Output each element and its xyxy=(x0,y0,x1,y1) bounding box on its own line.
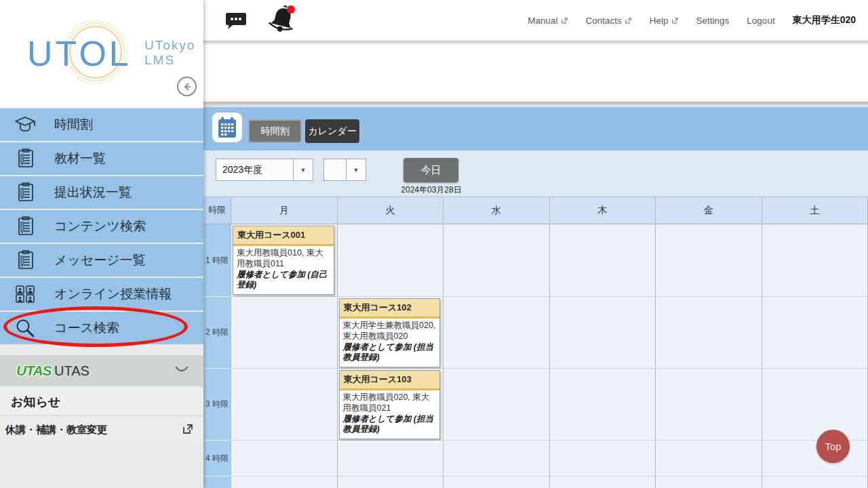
timetable-cell xyxy=(338,224,444,297)
course-role: 履修者として参加 (担当教員登録) xyxy=(343,342,437,364)
today-button[interactable]: 今日 xyxy=(403,158,458,182)
timetable-cell xyxy=(656,441,762,476)
day-header-fri: 金 xyxy=(656,197,762,224)
tab-timetable[interactable]: 時間割 xyxy=(248,119,302,143)
sidebar-item-content-search[interactable]: コンテンツ検索 xyxy=(0,210,203,243)
timetable-cell xyxy=(550,441,656,476)
timetable-cell xyxy=(338,476,444,488)
course-card[interactable]: 東大用コース102 東大用学生兼教職員020, 東大用教職員020 履修者として… xyxy=(339,298,441,367)
timetable-cell xyxy=(550,369,656,441)
year-select[interactable]: 2023年度 ▼ xyxy=(216,159,313,181)
timetable-cell xyxy=(550,297,656,369)
course-details: 東大用教職員020, 東大用教職員021 履修者として参加 (担当教員登録) xyxy=(340,390,440,439)
scroll-to-top-button[interactable]: Top xyxy=(816,430,850,463)
course-details: 東大用教職員010, 東大用教職員011 履修者として参加 (自己登録) xyxy=(233,246,334,294)
tab-calendar[interactable]: カレンダー xyxy=(305,119,359,143)
timetable-cell xyxy=(443,369,550,441)
course-card[interactable]: 東大用コース103 東大用教職員020, 東大用教職員021 履修者として参加 … xyxy=(339,370,441,439)
sidebar-item-class-changes[interactable]: 休講・補講・教室変更 xyxy=(0,417,203,443)
chevron-down-icon: ▼ xyxy=(293,159,313,180)
sidebar-item-course-search[interactable]: コース検索 xyxy=(0,312,203,344)
timetable-cell xyxy=(231,441,338,476)
sidebar: UTOL UTokyo LMS 時間割 教材一覧 提出状況 xyxy=(0,0,203,488)
timetable-cell xyxy=(762,476,868,488)
timetable-cell xyxy=(443,441,550,476)
timetable-cell xyxy=(762,297,868,369)
timetable-toolbar: 時間割 カレンダー xyxy=(203,107,868,150)
username-label: 東大用学生020 xyxy=(793,14,856,26)
course-members: 東大用教職員010, 東大用教職員011 xyxy=(237,248,323,268)
period-column-header: 時限 xyxy=(203,197,231,224)
timetable-cell xyxy=(762,441,868,476)
timetable-cell xyxy=(443,297,550,369)
timetable-cell xyxy=(338,441,444,476)
sidebar-item-timetable[interactable]: 時間割 xyxy=(0,108,203,141)
manual-link[interactable]: Manual xyxy=(528,16,568,26)
search-icon xyxy=(14,317,37,340)
course-title[interactable]: 東大用コース001 xyxy=(233,226,334,246)
timetable-cell xyxy=(656,369,762,441)
period-label: 1 時限 xyxy=(203,224,231,297)
course-card[interactable]: 東大用コース001 東大用教職員010, 東大用教職員011 履修者として参加 … xyxy=(233,226,334,295)
chevron-down-icon: ▼ xyxy=(346,159,366,180)
external-link-icon xyxy=(625,17,632,24)
year-select-value: 2023年度 xyxy=(216,164,293,176)
day-header-mon: 月 xyxy=(231,197,338,224)
course-title[interactable]: 東大用コース103 xyxy=(340,371,440,390)
external-link-icon xyxy=(561,17,568,24)
clipboard-icon xyxy=(14,181,37,204)
external-link-icon xyxy=(671,17,679,24)
class-changes-label: 休講・補講・教室変更 xyxy=(5,424,107,436)
day-header-tue: 火 xyxy=(338,197,444,224)
day-header-wed: 水 xyxy=(443,197,550,224)
period-label xyxy=(203,476,231,488)
chat-messages-icon[interactable] xyxy=(224,8,248,33)
clipboard-icon xyxy=(14,215,37,238)
main-area: 時間割 カレンダー 2023年度 ▼ ▼ 今日 2024年03月28日 時限 月… xyxy=(203,0,868,488)
sidebar-item-materials[interactable]: 教材一覧 xyxy=(0,142,203,175)
course-role: 履修者として参加 (担当教員登録) xyxy=(343,414,437,436)
sidebar-item-messages[interactable]: メッセージ一覧 xyxy=(0,244,203,277)
arrow-left-icon xyxy=(182,81,193,92)
utol-logo: UTOL UTokyo LMS xyxy=(27,33,183,75)
term-select[interactable]: ▼ xyxy=(323,159,366,181)
sidebar-menu: 時間割 教材一覧 提出状況一覧 コンテンツ検索 メッセージ一覧 xyxy=(0,108,203,346)
logout-link[interactable]: Logout xyxy=(747,16,774,26)
timetable-cell xyxy=(656,297,762,369)
sidebar-collapse-button[interactable] xyxy=(177,77,197,96)
sidebar-item-utas[interactable]: UTAS UTAS xyxy=(0,355,203,386)
timetable-cell xyxy=(656,476,762,488)
sidebar-item-announcements[interactable]: お知らせ xyxy=(0,388,203,416)
content-divider-shadow xyxy=(203,102,868,107)
contacts-link[interactable]: Contacts xyxy=(586,16,632,26)
timetable-cell xyxy=(762,224,868,297)
utas-logo-icon: UTAS xyxy=(16,363,52,379)
sidebar-item-submissions[interactable]: 提出状況一覧 xyxy=(0,176,203,209)
timetable-calendar-icon xyxy=(212,113,242,142)
notification-bell-icon[interactable] xyxy=(266,3,298,38)
sidebar-item-online-class[interactable]: オンライン授業情報 xyxy=(0,278,203,310)
timetable-grid: 時限 月 火 水 木 金 土 1 時限 東大用コース001 東大用教職員010,… xyxy=(203,197,868,488)
graduation-cap-icon xyxy=(14,113,37,136)
period-label: 2 時限 xyxy=(203,297,231,369)
top-header: Manual Contacts Help Settings Logout 東大用… xyxy=(203,0,868,41)
header-shadow xyxy=(203,41,868,45)
online-class-grid-icon xyxy=(14,283,37,306)
timetable-cell xyxy=(762,369,868,441)
timetable-cell xyxy=(550,224,656,297)
course-details: 東大用学生兼教職員020, 東大用教職員020 履修者として参加 (担当教員登録… xyxy=(340,319,440,367)
utol-logo-subtitle: UTokyo LMS xyxy=(144,38,195,68)
timetable-cell xyxy=(550,476,656,488)
timetable-panel: 2023年度 ▼ ▼ 今日 2024年03月28日 時限 月 火 水 木 金 土… xyxy=(203,150,868,488)
clipboard-icon xyxy=(14,249,37,272)
notification-dot xyxy=(287,5,295,14)
course-members: 東大用教職員020, 東大用教職員021 xyxy=(343,392,430,413)
settings-link[interactable]: Settings xyxy=(696,16,730,26)
course-members: 東大用学生兼教職員020, 東大用教職員020 xyxy=(343,321,436,341)
timetable-cell: 東大用コース103 東大用教職員020, 東大用教職員021 履修者として参加 … xyxy=(338,369,444,441)
timetable-cell: 東大用コース102 東大用学生兼教職員020, 東大用教職員020 履修者として… xyxy=(338,297,444,369)
timetable-cell xyxy=(443,476,550,488)
help-link[interactable]: Help xyxy=(650,16,679,26)
course-title[interactable]: 東大用コース102 xyxy=(340,299,440,319)
timetable-cell xyxy=(231,297,338,369)
